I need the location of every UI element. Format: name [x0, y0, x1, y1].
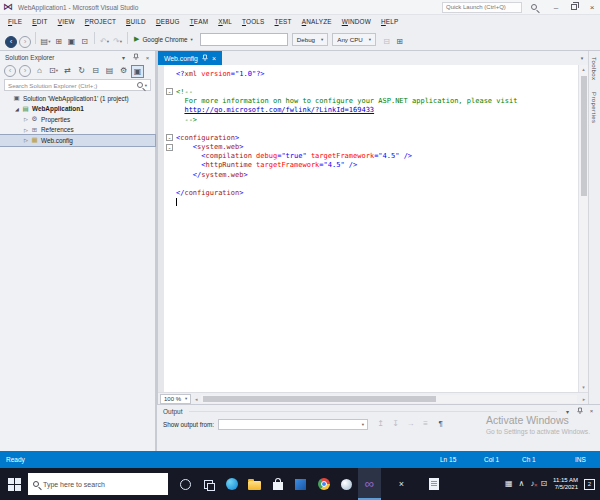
clear-all-icon[interactable]: ≡ — [419, 418, 432, 431]
fold-toggle-icon[interactable]: - — [166, 134, 176, 141]
start-button[interactable] — [0, 468, 28, 500]
menu-view[interactable]: VIEW — [53, 18, 80, 25]
tool-tab-properties[interactable]: Properties — [589, 86, 599, 129]
tree-item-webapplication1[interactable]: ◢▤WebApplication1 — [0, 104, 155, 115]
app-utility-icon[interactable]: × — [390, 468, 413, 500]
nav-back-icon[interactable]: ‹ — [5, 36, 17, 48]
show-all-files-icon[interactable]: ▤ — [103, 65, 116, 78]
scroll-left-icon[interactable]: ◂ — [191, 396, 201, 402]
output-source-dropdown[interactable]: ▾ — [218, 419, 368, 430]
store-icon[interactable] — [266, 468, 289, 500]
tree-item-references[interactable]: ▷⊞References — [0, 125, 155, 136]
menu-xml[interactable]: XML — [213, 18, 237, 25]
add-item-icon[interactable]: ⊞ — [52, 36, 65, 49]
taskbar-search-box[interactable]: Type here to search — [28, 473, 168, 495]
tray-app-icon[interactable]: ▦ — [505, 479, 513, 489]
tab-close-icon[interactable]: × — [212, 55, 216, 62]
menu-debug[interactable]: DEBUG — [151, 18, 185, 25]
solution-platform-dropdown[interactable]: Any CPU ▾ — [332, 33, 376, 46]
taskbar-clock[interactable]: 11:15 AM 7/5/2021 — [553, 477, 578, 491]
tab-pin-icon[interactable] — [202, 54, 208, 62]
visual-studio-icon[interactable]: ∞ — [358, 468, 381, 500]
collapsed-arrow-icon[interactable]: ▷ — [22, 137, 30, 143]
se-forward-icon[interactable]: › — [19, 65, 31, 77]
fold-toggle-icon[interactable]: - — [166, 88, 176, 95]
nav-forward-icon[interactable]: › — [19, 36, 31, 48]
pin-icon[interactable] — [131, 53, 140, 62]
refresh-icon[interactable]: ↻ — [75, 65, 88, 78]
undo-icon[interactable]: ↶▾ — [98, 36, 111, 49]
se-back-icon[interactable]: ‹ — [4, 65, 16, 77]
horizontal-scroll-thumb[interactable] — [203, 396, 436, 402]
attach-icon[interactable]: ⊟ — [380, 36, 393, 49]
menu-team[interactable]: TEAM — [185, 18, 214, 25]
mail-icon[interactable] — [289, 468, 312, 500]
tab-web-config[interactable]: Web.config × — [158, 51, 222, 65]
save-all-icon[interactable]: ⊡ — [78, 36, 91, 49]
edge-icon[interactable] — [220, 468, 243, 500]
properties-gear-icon[interactable]: ⚙ — [117, 65, 130, 78]
vertical-scrollbar[interactable]: ▴ ▾ — [578, 65, 588, 392]
expanded-arrow-icon[interactable]: ◢ — [13, 106, 21, 112]
next-message-icon[interactable]: ↧ — [389, 418, 402, 431]
cortana-icon[interactable] — [174, 468, 197, 500]
code-editor[interactable]: <?xml version="1.0"?>-<!-- For more info… — [158, 65, 579, 392]
menu-help[interactable]: HELP — [376, 18, 404, 25]
chevron-up-icon[interactable]: ∧ — [519, 479, 525, 489]
menu-build[interactable]: BUILD — [121, 18, 151, 25]
collapsed-arrow-icon[interactable]: ▷ — [22, 116, 30, 122]
word-wrap-icon[interactable]: ¶ — [434, 418, 447, 431]
file-explorer-icon[interactable] — [243, 468, 266, 500]
go-to-message-icon[interactable]: → — [404, 418, 417, 431]
horizontal-scrollbar[interactable] — [201, 395, 577, 403]
task-view-icon[interactable] — [197, 468, 220, 500]
menu-tools[interactable]: TOOLS — [237, 18, 270, 25]
zoom-dropdown[interactable]: 100 % ▾ — [160, 394, 191, 404]
menu-test[interactable]: TEST — [270, 18, 297, 25]
window-position-icon[interactable]: ▾ — [119, 54, 128, 61]
app-editor-icon[interactable] — [422, 468, 445, 500]
close-button[interactable]: × — [584, 1, 600, 14]
tree-item-properties[interactable]: ▷⚙Properties — [0, 114, 155, 125]
quick-launch-input[interactable] — [442, 2, 522, 13]
menu-edit[interactable]: EDIT — [27, 18, 52, 25]
minimize-button[interactable]: – — [548, 1, 564, 14]
restore-button[interactable] — [566, 1, 582, 14]
scroll-down-icon[interactable]: ▾ — [579, 383, 588, 392]
menu-file[interactable]: FILE — [3, 18, 27, 25]
vertical-scroll-thumb[interactable] — [581, 76, 587, 196]
scroll-up-icon[interactable]: ▴ — [579, 65, 588, 74]
editor-dropdown-icon[interactable]: ▾ — [576, 51, 588, 65]
menu-analyze[interactable]: ANALYZE — [297, 18, 337, 25]
find-in-files-icon[interactable]: ⊞ — [393, 36, 406, 49]
action-center-icon[interactable]: 2 — [584, 479, 595, 490]
tree-item-solution-webapplication1-1-project-[interactable]: ▣Solution 'WebApplication1' (1 project) — [0, 93, 155, 104]
menu-project[interactable]: PROJECT — [80, 18, 121, 25]
collapsed-arrow-icon[interactable]: ▷ — [22, 127, 30, 133]
new-file-icon[interactable]: ▤▾ — [39, 36, 52, 49]
toolbar-combobox[interactable] — [200, 33, 288, 46]
run-dropdown-icon[interactable]: ▾ — [191, 37, 193, 42]
preview-selected-icon[interactable]: ▣ — [131, 65, 144, 78]
collapse-all-icon[interactable]: ⊟ — [89, 65, 102, 78]
tree-item-web-config[interactable]: ▷▦Web.config — [0, 135, 155, 146]
save-icon[interactable]: ▣ — [65, 36, 78, 49]
solution-search-box[interactable]: ▾ — [4, 79, 151, 91]
tool-tab-toolbox[interactable]: Toolbox — [589, 51, 599, 86]
sync-icon[interactable]: ⇄ — [61, 65, 74, 78]
start-debug-button[interactable]: ▶ Google Chrome ▾ — [134, 35, 193, 43]
solution-search-input[interactable] — [8, 82, 137, 89]
close-panel-icon[interactable]: × — [143, 55, 152, 61]
scope-icon[interactable]: ⊡▾ — [47, 65, 60, 78]
home-icon[interactable]: ⌂ — [33, 65, 46, 78]
photos-icon[interactable] — [335, 468, 358, 500]
quick-launch-search-icon[interactable] — [526, 1, 542, 14]
menu-window[interactable]: WINDOW — [337, 18, 376, 25]
network-icon[interactable]: ⊡ — [540, 479, 547, 489]
fold-toggle-icon[interactable]: - — [166, 144, 176, 151]
chrome-icon[interactable] — [312, 468, 335, 500]
volume-muted-icon[interactable]: ♪ — [530, 479, 534, 489]
prev-message-icon[interactable]: ↥ — [374, 418, 387, 431]
redo-icon[interactable]: ↷▾ — [111, 36, 124, 49]
solution-configuration-dropdown[interactable]: Debug ▾ — [292, 33, 329, 46]
